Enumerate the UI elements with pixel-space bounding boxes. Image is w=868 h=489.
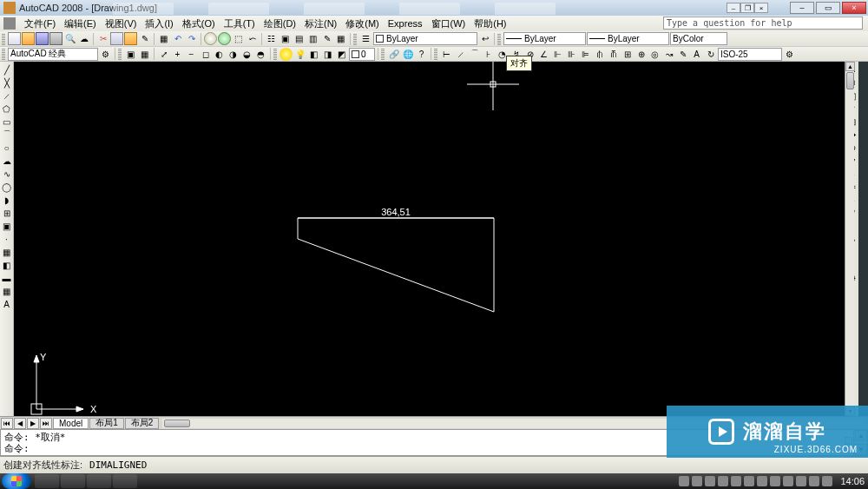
toolbar-grip[interactable] — [273, 48, 277, 60]
dim-arc-button[interactable]: ⌒ — [468, 48, 481, 61]
dim-quick-button[interactable]: ⊩ — [551, 48, 564, 61]
polyline-tool[interactable]: ⟋ — [1, 89, 13, 102]
lineweight-combo[interactable]: ByLayer — [587, 32, 669, 45]
taskbar-clock[interactable]: 14:06 — [840, 476, 865, 486]
dimstyle-manager-button[interactable]: ⚙ — [783, 48, 796, 61]
center-mark-button[interactable]: ⊕ — [635, 48, 648, 61]
tray-icon[interactable] — [783, 476, 793, 486]
circle-tool[interactable]: ○ — [1, 142, 13, 154]
tab-first-button[interactable]: ⏮ — [1, 418, 13, 429]
new-button[interactable] — [8, 32, 21, 45]
dim-edit-button[interactable]: ✎ — [676, 48, 689, 61]
menu-format[interactable]: 格式(O) — [179, 17, 219, 30]
named-views-button[interactable]: ▣ — [124, 48, 137, 61]
taskbar-app-2[interactable] — [61, 474, 85, 488]
toolbar-grip[interactable] — [497, 33, 501, 45]
dim-continue-button[interactable]: ⊫ — [579, 48, 592, 61]
quickcalc-button[interactable]: ▦ — [334, 32, 347, 45]
tool-palettes-button[interactable]: ▤ — [293, 32, 306, 45]
workspace-settings-button[interactable]: ⚙ — [99, 48, 112, 61]
table-tool[interactable]: ▦ — [1, 285, 13, 297]
gradient-tool[interactable]: ◧ — [1, 259, 13, 271]
menu-insert[interactable]: 插入(I) — [141, 17, 176, 30]
revision-cloud-tool[interactable]: ☁ — [1, 155, 13, 167]
menu-dimension[interactable]: 标注(N) — [301, 17, 340, 30]
sun-button[interactable] — [279, 48, 293, 61]
menu-window[interactable]: 窗口(W) — [428, 17, 470, 30]
menu-tools[interactable]: 工具(T) — [220, 17, 259, 30]
toolbar-grip[interactable] — [2, 33, 5, 45]
3dorbit-button[interactable]: ◑ — [227, 48, 240, 61]
layer-previous-button[interactable]: ↩ — [478, 32, 491, 45]
dim-space-button[interactable]: ⫛ — [593, 48, 606, 61]
help-search-input[interactable]: Type a question for help — [663, 17, 863, 30]
hatch-tool[interactable]: ▦ — [1, 246, 13, 258]
tray-icon[interactable] — [731, 476, 741, 486]
hyperlink-button[interactable]: 🔗 — [387, 48, 400, 61]
toolbar-grip[interactable] — [118, 48, 122, 60]
zoom-previous-button[interactable]: ⤺ — [246, 32, 259, 45]
dim-break-button[interactable]: ⫚ — [607, 48, 620, 61]
menu-file[interactable]: 文件(F) — [21, 17, 59, 30]
viewport-button[interactable]: ▦ — [138, 48, 151, 61]
zoom-realtime-button[interactable] — [218, 32, 231, 45]
markup-button[interactable]: ✎ — [320, 32, 333, 45]
menu-edit[interactable]: 编辑(E) — [61, 17, 100, 30]
toolbar-grip[interactable] — [353, 33, 357, 45]
ellipse-tool[interactable]: ◯ — [1, 181, 13, 193]
polygon-tool[interactable]: ⬠ — [1, 102, 13, 115]
arc-tool[interactable]: ⌒ — [1, 129, 13, 141]
tray-icon[interactable] — [822, 476, 832, 486]
plot-preview-button[interactable]: 🔍 — [63, 32, 76, 45]
canvas-vertical-scrollbar[interactable]: ▲ ▼ — [845, 62, 854, 416]
tab-last-button[interactable]: ⏭ — [40, 418, 52, 429]
tab-layout2[interactable]: 布局2 — [125, 418, 160, 429]
menu-modify[interactable]: 修改(M) — [342, 17, 383, 30]
tab-model[interactable]: Model — [53, 418, 89, 429]
zoom-all-button[interactable]: ◻ — [199, 48, 212, 61]
minimize-button[interactable]: – — [790, 2, 814, 14]
taskbar-app-1[interactable] — [35, 474, 59, 488]
tray-icon[interactable] — [744, 476, 754, 486]
tray-icon[interactable] — [705, 476, 715, 486]
tray-icon[interactable] — [770, 476, 780, 486]
pan-button[interactable] — [204, 32, 217, 45]
help-button[interactable]: ? — [415, 48, 428, 61]
dim-linear-button[interactable]: ⊢ — [440, 48, 453, 61]
jogged-linear-button[interactable]: ↝ — [662, 48, 675, 61]
properties-button[interactable]: ☷ — [265, 32, 278, 45]
tray-icon[interactable] — [679, 476, 689, 486]
paste-button[interactable] — [124, 32, 137, 45]
scroll-thumb[interactable] — [846, 72, 854, 89]
make-block-tool[interactable]: ▣ — [1, 220, 13, 232]
plot-button[interactable] — [49, 32, 62, 45]
system-menu-icon[interactable] — [3, 17, 16, 30]
scroll-up-button[interactable]: ▲ — [845, 62, 855, 71]
tray-icon[interactable] — [692, 476, 702, 486]
copy-button[interactable] — [110, 32, 123, 45]
tray-icon[interactable] — [796, 476, 806, 486]
materials-button[interactable]: ◩ — [335, 48, 348, 61]
plotstyle-combo[interactable]: ByColor — [670, 32, 727, 45]
point-tool[interactable]: · — [1, 233, 13, 245]
hscroll-thumb[interactable] — [164, 420, 190, 427]
undo-button[interactable]: ↶ — [171, 32, 184, 45]
publish-button[interactable]: ☁ — [77, 32, 90, 45]
layer-properties-button[interactable]: ☰ — [359, 32, 372, 45]
menu-view[interactable]: 视图(V) — [102, 17, 141, 30]
dim-ordinate-button[interactable]: ⊦ — [482, 48, 495, 61]
start-button[interactable] — [2, 473, 31, 489]
line-tool[interactable]: ╱ — [1, 63, 13, 76]
mdi-restore-button[interactable]: ❐ — [740, 3, 754, 13]
drawing-canvas[interactable]: 364,51 X Y ▲ ▼ — [14, 62, 845, 416]
rectangle-tool[interactable]: ▭ — [1, 116, 13, 128]
zoom-window-button[interactable]: ⬚ — [232, 32, 245, 45]
maximize-button[interactable]: ▭ — [816, 2, 840, 14]
menu-draw[interactable]: 绘图(D) — [260, 17, 299, 30]
zoom-extents-button[interactable]: ⤢ — [157, 48, 170, 61]
insert-block-tool[interactable]: ⊞ — [1, 207, 13, 219]
workspace-combo[interactable]: AutoCAD 经典 — [8, 48, 98, 61]
sheet-set-button[interactable]: ▥ — [306, 32, 319, 45]
autodesk-seek-button[interactable]: 🌐 — [401, 48, 414, 61]
tab-layout1[interactable]: 布局1 — [89, 418, 124, 429]
